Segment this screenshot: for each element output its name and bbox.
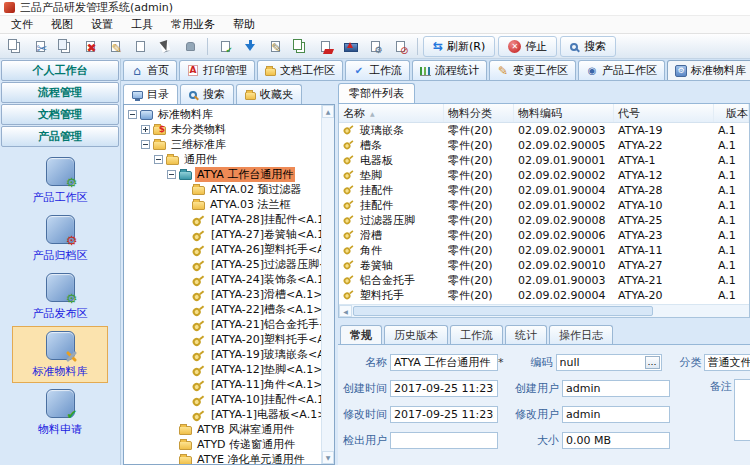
column-header[interactable]: 物料编码: [514, 104, 614, 122]
scroll-left-icon[interactable]: ◀: [339, 305, 352, 317]
tree-tab-search[interactable]: 搜索: [180, 84, 234, 104]
tree-node[interactable]: ATYA.02 预过滤器: [124, 182, 321, 197]
expand-toggle-icon[interactable]: [154, 155, 163, 164]
tree-node[interactable]: [ATYA-24]装饰条<A.1>: [124, 272, 321, 287]
menu-item[interactable]: 视图: [42, 16, 82, 33]
tab-workflow[interactable]: 工作流: [345, 60, 410, 80]
detail-tab-stats[interactable]: 统计: [505, 325, 547, 344]
download-button[interactable]: [238, 36, 262, 57]
detail-tab-general[interactable]: 常规: [340, 325, 382, 344]
drag-button[interactable]: [178, 36, 202, 57]
tab-home[interactable]: 首页: [123, 60, 177, 80]
tree-node[interactable]: [ATYA-19]玻璃嵌条<A.1>: [124, 347, 321, 362]
part-row[interactable]: 滑槽 零件(20) 02.09.02.90006 ATYA-23 A.1: [339, 228, 749, 243]
tree-node[interactable]: 通用件: [124, 152, 321, 167]
name-input[interactable]: [390, 354, 498, 371]
part-row[interactable]: 角件 零件(20) 02.09.02.90001 ATYA-11 A.1: [339, 243, 749, 258]
modified-time-input[interactable]: [390, 406, 498, 423]
duplicate-button[interactable]: [288, 36, 312, 57]
properties-button[interactable]: [363, 36, 387, 57]
scroll-up-icon[interactable]: ▲: [322, 105, 334, 118]
checkout-user-input[interactable]: [390, 432, 498, 449]
tab-standard-materials[interactable]: 标准物料库: [667, 60, 750, 80]
tree-node[interactable]: 标准物料库: [124, 107, 321, 122]
menu-item[interactable]: 设置: [82, 16, 122, 33]
part-row[interactable]: 铝合金托手 零件(20) 02.09.01.90003 ATYA-21 A.1: [339, 273, 749, 288]
part-row[interactable]: 挂配件 零件(20) 02.09.01.90004 ATYA-28 A.1: [339, 183, 749, 198]
detail-tab-log[interactable]: 操作日志: [549, 325, 613, 344]
part-row[interactable]: 玻璃嵌条 零件(20) 02.09.02.90003 ATYA-19 A.1: [339, 123, 749, 138]
tree-node[interactable]: [ATYA-26]塑料托手<A.1>: [124, 242, 321, 257]
sidebar-item-product-archive[interactable]: 产品归档区: [12, 210, 108, 267]
scrollbar-thumb[interactable]: [353, 306, 653, 316]
remark-textarea[interactable]: [734, 379, 750, 441]
import-button[interactable]: [338, 36, 362, 57]
detail-tab-workflow[interactable]: 工作流: [450, 325, 503, 344]
tab-process-stats[interactable]: 流程统计: [412, 60, 487, 80]
tab-print[interactable]: 打印管理: [179, 60, 255, 80]
menu-item[interactable]: 工具: [122, 16, 162, 33]
column-header[interactable]: 名称: [339, 104, 444, 122]
menu-item[interactable]: 文件: [2, 16, 42, 33]
tree-node[interactable]: [ATYA-10]挂配件<A.1>: [124, 392, 321, 407]
modify-button[interactable]: [263, 36, 287, 57]
tree-node[interactable]: [ATYA-28]挂配件<A.1>: [124, 212, 321, 227]
tree-node[interactable]: [ATYA-1]电器板<A.1>: [124, 407, 321, 422]
column-header[interactable]: 版本: [714, 104, 749, 122]
key-button[interactable]: [128, 36, 152, 57]
tree-node[interactable]: ATYD 传递窗通用件: [124, 437, 321, 452]
tree-node[interactable]: [ATYA-25]过滤器压脚<A.1>: [124, 257, 321, 272]
copy-button[interactable]: [3, 36, 27, 57]
select-button[interactable]: [153, 36, 177, 57]
part-row[interactable]: 电器板 零件(20) 02.09.01.90001 ATYA-1 A.1: [339, 153, 749, 168]
sidebar-section-header[interactable]: 个人工作台: [1, 60, 119, 81]
paste-button[interactable]: [53, 36, 77, 57]
edit-button[interactable]: [103, 36, 127, 57]
cut-button[interactable]: [28, 36, 52, 57]
disable-button[interactable]: [388, 36, 412, 57]
column-header[interactable]: 物料分类: [444, 104, 514, 122]
tab-doc-workspace[interactable]: 文档工作区: [257, 60, 343, 80]
search-button[interactable]: 搜索: [560, 36, 616, 57]
part-row[interactable]: 槽条 零件(20) 02.09.02.90005 ATYA-22 A.1: [339, 138, 749, 153]
table-horizontal-scrollbar[interactable]: ◀: [339, 304, 749, 317]
tree-node[interactable]: [ATYA-23]滑槽<A.1>: [124, 287, 321, 302]
sidebar-item-product-workspace[interactable]: 产品工作区: [12, 152, 108, 209]
tree-node[interactable]: [ATYA-12]垫脚<A.1>: [124, 362, 321, 377]
menu-item[interactable]: 常用业务: [162, 16, 224, 33]
tree-node[interactable]: ATYE 净化单元通用件: [124, 452, 321, 464]
category-input[interactable]: [704, 354, 750, 371]
delete-button[interactable]: [78, 36, 102, 57]
part-row[interactable]: 挂配件 零件(20) 02.09.01.90002 ATYA-10 A.1: [339, 198, 749, 213]
refresh-button[interactable]: 刷新(R): [423, 36, 495, 57]
column-header[interactable]: 代号: [614, 104, 714, 122]
stop-button[interactable]: 停止: [498, 36, 557, 57]
sidebar-item-material-request[interactable]: 物料申请: [12, 384, 108, 441]
tree-node[interactable]: ATYA 工作台通用件: [124, 167, 321, 182]
expand-toggle-icon[interactable]: [167, 170, 176, 179]
part-row[interactable]: 垫脚 零件(20) 02.09.02.90002 ATYA-12 A.1: [339, 168, 749, 183]
tree-node[interactable]: [ATYA-11]角件<A.1>: [124, 377, 321, 392]
tab-product-workspace[interactable]: 产品工作区: [578, 60, 665, 80]
expand-toggle-icon[interactable]: [128, 110, 137, 119]
tree-tab-catalog[interactable]: 目录: [123, 84, 178, 104]
tree-node[interactable]: ATYA.03 法兰框: [124, 197, 321, 212]
tree-node[interactable]: [ATYA-27]卷簧轴<A.1>: [124, 227, 321, 242]
tab-change-workspace[interactable]: 变更工作区: [489, 60, 576, 80]
tree-node[interactable]: ATYB 风淋室通用件: [124, 422, 321, 437]
created-time-input[interactable]: [390, 380, 498, 397]
parts-list-tab[interactable]: 零部件列表: [338, 83, 415, 103]
code-browse-button[interactable]: …: [645, 356, 660, 369]
modified-user-input[interactable]: [562, 406, 670, 423]
size-input[interactable]: [562, 432, 670, 449]
tree-node[interactable]: [ATYA-22]槽条<A.1>: [124, 302, 321, 317]
tree-node[interactable]: 三维标准库: [124, 137, 321, 152]
created-user-input[interactable]: [562, 380, 670, 397]
scroll-down-icon[interactable]: ▼: [322, 451, 334, 464]
clear-button[interactable]: [313, 36, 337, 57]
tree-tab-favorites[interactable]: 收藏夹: [236, 84, 302, 104]
checkout-button[interactable]: [213, 36, 237, 57]
part-row[interactable]: 过滤器压脚 零件(20) 02.09.02.90008 ATYA-25 A.1: [339, 213, 749, 228]
part-row[interactable]: 卷簧轴 零件(20) 02.09.02.90010 ATYA-27 A.1: [339, 258, 749, 273]
tree-node[interactable]: [ATYA-20]塑料托手<A.1>: [124, 332, 321, 347]
